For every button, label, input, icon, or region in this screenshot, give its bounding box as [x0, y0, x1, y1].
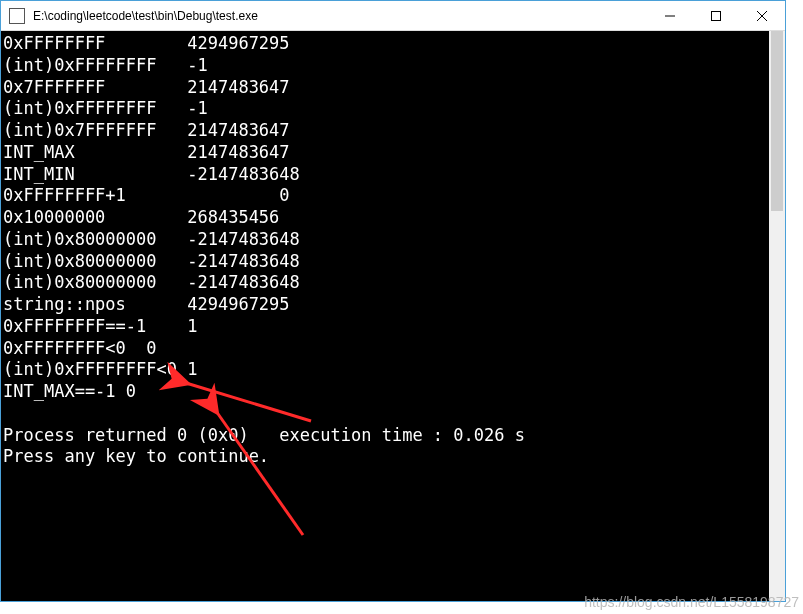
- console-area: 0xFFFFFFFF 4294967295(int)0xFFFFFFFF -10…: [1, 31, 785, 601]
- console-line: 0xFFFFFFFF+1 0: [3, 185, 769, 207]
- console-line: (int)0xFFFFFFFF -1: [3, 98, 769, 120]
- watermark-text: https://blog.csdn.net/L1558198727: [584, 594, 799, 610]
- console-line: 0x10000000 268435456: [3, 207, 769, 229]
- console-line: 0xFFFFFFFF 4294967295: [3, 33, 769, 55]
- console-window: E:\coding\leetcode\test\bin\Debug\test.e…: [0, 0, 786, 602]
- minimize-icon: [665, 11, 675, 21]
- scrollbar-thumb[interactable]: [771, 31, 783, 211]
- svg-rect-1: [712, 11, 721, 20]
- window-controls: [647, 1, 785, 30]
- console-line: Process returned 0 (0x0) execution time …: [3, 425, 769, 447]
- titlebar[interactable]: E:\coding\leetcode\test\bin\Debug\test.e…: [1, 1, 785, 31]
- console-line: (int)0x7FFFFFFF 2147483647: [3, 120, 769, 142]
- console-line: [3, 403, 769, 425]
- console-line: INT_MIN -2147483648: [3, 164, 769, 186]
- console-line: Press any key to continue.: [3, 446, 769, 468]
- window-title: E:\coding\leetcode\test\bin\Debug\test.e…: [31, 9, 647, 23]
- console-line: (int)0x80000000 -2147483648: [3, 251, 769, 273]
- console-output[interactable]: 0xFFFFFFFF 4294967295(int)0xFFFFFFFF -10…: [1, 31, 769, 601]
- maximize-button[interactable]: [693, 1, 739, 30]
- console-line: (int)0xFFFFFFFF<0 1: [3, 359, 769, 381]
- console-line: string::npos 4294967295: [3, 294, 769, 316]
- console-line: 0xFFFFFFFF==-1 1: [3, 316, 769, 338]
- console-line: INT_MAX==-1 0: [3, 381, 769, 403]
- console-line: (int)0x80000000 -2147483648: [3, 272, 769, 294]
- maximize-icon: [711, 11, 721, 21]
- console-line: INT_MAX 2147483647: [3, 142, 769, 164]
- close-button[interactable]: [739, 1, 785, 30]
- console-line: 0xFFFFFFFF<0 0: [3, 338, 769, 360]
- close-icon: [757, 11, 767, 21]
- console-line: 0x7FFFFFFF 2147483647: [3, 77, 769, 99]
- minimize-button[interactable]: [647, 1, 693, 30]
- scrollbar-vertical[interactable]: [769, 31, 785, 601]
- app-icon: [9, 8, 25, 24]
- console-line: (int)0x80000000 -2147483648: [3, 229, 769, 251]
- console-line: (int)0xFFFFFFFF -1: [3, 55, 769, 77]
